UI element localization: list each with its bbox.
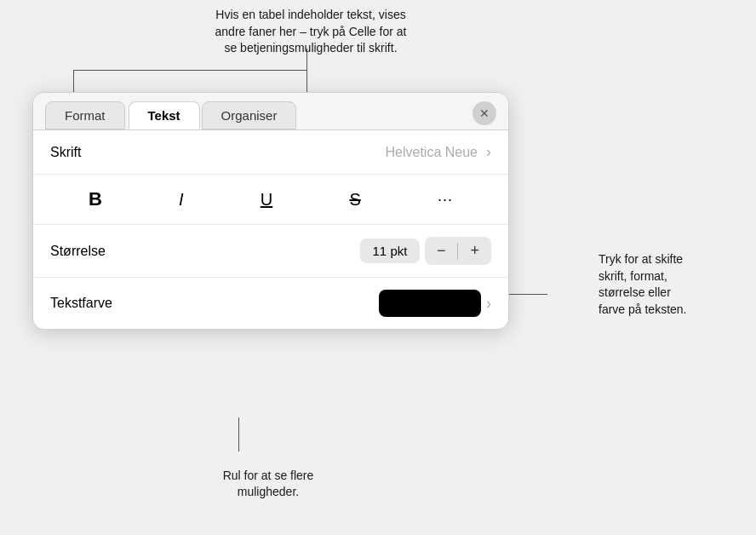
color-label: Tekstfarve [50,296,135,311]
right-annotation: Tryk for at skifte skrift, format, størr… [598,251,739,318]
top-annotation: Hvis en tabel indeholder tekst, vises an… [187,7,434,57]
right-annotation-line [509,294,547,295]
size-value: 11 pkt [360,239,420,263]
tab-format[interactable]: Format [45,101,125,129]
format-panel: Format Tekst Organiser ✕ Skrift Helvetic… [32,92,509,330]
close-button[interactable]: ✕ [472,101,496,125]
color-swatch [379,290,481,317]
size-stepper: − + [425,237,491,265]
tab-bar: Format Tekst Organiser ✕ [33,93,508,129]
bold-button[interactable]: B [78,183,112,216]
text-style-row: B I U S ··· [33,175,508,225]
size-label: Størrelse [50,244,135,259]
strikethrough-button[interactable]: S [339,185,370,215]
color-value-container[interactable]: › [135,290,491,317]
decrease-size-button[interactable]: − [425,237,458,265]
font-row: Skrift Helvetica Neue › [33,130,508,175]
more-options-button[interactable]: ··· [427,186,463,214]
panel-content: Skrift Helvetica Neue › B I U S ··· Stør… [33,129,508,329]
tab-organise[interactable]: Organiser [202,101,297,129]
tab-text[interactable]: Tekst [129,101,200,129]
top-right-bracket-arm [306,70,307,94]
font-name: Helvetica Neue [386,145,478,160]
top-bracket-line [73,70,306,71]
font-chevron-icon: › [486,143,491,161]
top-left-bracket-arm [73,70,74,94]
font-label: Skrift [50,145,135,160]
size-control: 11 pkt − + [135,237,491,265]
color-chevron-icon: › [486,295,491,313]
size-row: Størrelse 11 pkt − + [33,225,508,278]
font-value-container[interactable]: Helvetica Neue › [135,143,491,161]
bottom-annotation: Rul for at se flere muligheder. [187,468,349,501]
underline-button[interactable]: U [250,185,283,215]
bottom-annotation-line [238,417,239,452]
color-row: Tekstfarve › [33,278,508,329]
increase-size-button[interactable]: + [458,237,491,265]
italic-button[interactable]: I [169,185,194,215]
